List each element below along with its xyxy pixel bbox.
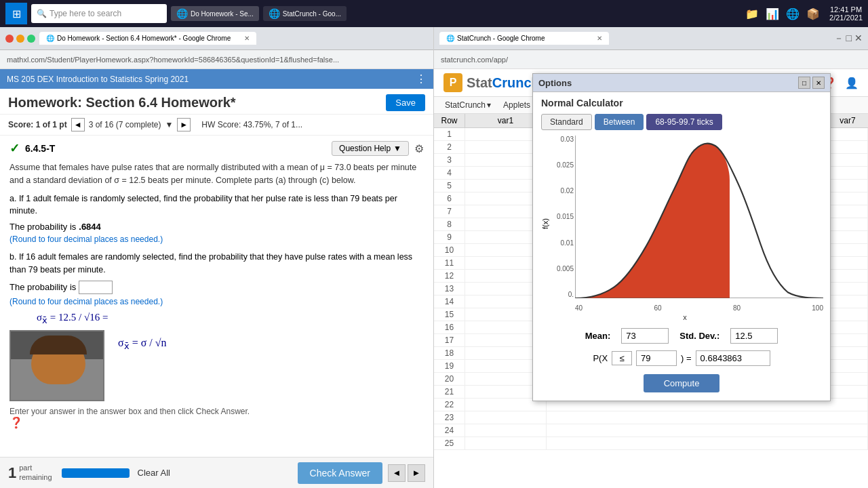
hw-score: HW Score: 43.75%, 7 of 1... xyxy=(201,120,302,129)
row-num: 23 xyxy=(434,411,465,424)
win-max-right[interactable]: □ xyxy=(846,33,852,45)
win-min[interactable] xyxy=(16,35,24,43)
webcam xyxy=(9,330,104,401)
search-bar[interactable]: 🔍 Type here to search xyxy=(31,4,167,23)
row-num: 12 xyxy=(434,270,465,282)
problem-id: 6.4.5-T xyxy=(25,143,55,154)
taskbar-icon-file[interactable]: 📁 xyxy=(745,7,759,20)
user-icon-sc[interactable]: 👤 xyxy=(845,77,859,89)
tab-ticks[interactable]: 68-95-99.7 ticks xyxy=(646,114,722,130)
row-num: 1 xyxy=(434,128,465,140)
row-num: 6 xyxy=(434,192,465,205)
hw-title: Homework: Section 6.4 Homework* xyxy=(8,95,236,110)
taskbar-app-chrome-sc[interactable]: 🌐 StatCrunch - Goo... xyxy=(263,6,347,21)
remaining-label: remaining xyxy=(19,473,52,482)
panel-maximize-button[interactable]: □ xyxy=(798,77,810,89)
prob-value-input[interactable] xyxy=(636,350,677,366)
dropdown-icon[interactable]: ▼ xyxy=(165,120,173,129)
hw-content: ✓ 6.4.5-T Question Help ▼ ⚙ Assume that … xyxy=(0,136,433,457)
sc-logo-p: P xyxy=(443,73,462,92)
check-answer-button[interactable]: Check Answer xyxy=(298,462,382,484)
nc-chart: f(x) 0.030.0250.020.0150.010.0050. xyxy=(540,136,830,324)
taskbar: ⊞ 🔍 Type here to search 🌐 Do Homework - … xyxy=(0,0,868,27)
panel-close-button[interactable]: ✕ xyxy=(812,77,825,89)
prev-question[interactable]: ◄ xyxy=(71,118,85,131)
row-var1 xyxy=(465,424,547,436)
next-page-button[interactable]: ► xyxy=(408,464,425,482)
tab-close-right[interactable]: ✕ xyxy=(597,35,602,42)
tab-standard[interactable]: Standard xyxy=(541,114,592,130)
std-input[interactable] xyxy=(730,328,778,344)
search-icon: 🔍 xyxy=(37,9,47,18)
nc-tabs: Standard Between 68-95-99.7 ticks xyxy=(533,111,830,136)
hw-title-row: Homework: Section 6.4 Homework* Save xyxy=(0,89,433,115)
row-num: 4 xyxy=(434,167,465,179)
win-close-right[interactable]: ✕ xyxy=(854,33,863,45)
tab-between[interactable]: Between xyxy=(595,114,644,130)
round-hint-a: (Round to four decimal places as needed.… xyxy=(9,235,424,244)
addr-bar-right[interactable]: statcrunch.com/app/ xyxy=(434,50,868,69)
chrome-icon-2: 🌐 xyxy=(269,8,280,19)
part-a-text: a. If 1 adult female is randomly selecte… xyxy=(9,192,424,218)
part-b-answer-row: The probability is xyxy=(9,281,424,294)
menu-statcrunch[interactable]: StatCrunch ▾ xyxy=(439,98,496,112)
sc-logo: P StatCrunch xyxy=(443,73,540,92)
start-button[interactable]: ⊞ xyxy=(5,3,27,24)
compute-button[interactable]: Compute xyxy=(644,374,720,392)
table-row[interactable]: 24 xyxy=(434,424,868,437)
options-title: Options xyxy=(538,78,572,88)
row-num: 3 xyxy=(434,154,465,166)
taskbar-icon-excel[interactable]: 📊 xyxy=(766,7,779,20)
x-axis-label: x xyxy=(547,313,823,321)
mean-input[interactable] xyxy=(621,328,669,344)
row-num: 10 xyxy=(434,244,465,256)
row-num: 21 xyxy=(434,386,465,398)
browser-tab-right[interactable]: 🌐 StatCrunch - Google Chrome ✕ xyxy=(439,32,609,45)
fx-axis-label: f(x) xyxy=(541,218,549,229)
row-num: 9 xyxy=(434,231,465,243)
gear-icon[interactable]: ⚙ xyxy=(414,142,424,155)
tab-close-left[interactable]: ✕ xyxy=(244,35,250,42)
row-num: 2 xyxy=(434,141,465,153)
hw-course-header: MS 205 DEX Introduction to Statistics Sp… xyxy=(0,69,433,89)
part-b: b. If 16 adult females are randomly sele… xyxy=(9,251,424,306)
win-max[interactable] xyxy=(27,35,35,43)
prob-b-input[interactable] xyxy=(79,281,113,294)
next-question[interactable]: ► xyxy=(177,118,191,131)
row-num: 13 xyxy=(434,283,465,295)
chrome-icon: 🌐 xyxy=(176,8,188,19)
row-num: 22 xyxy=(434,399,465,411)
table-row[interactable]: 23 xyxy=(434,411,868,424)
part-label: part xyxy=(19,464,52,472)
taskbar-icon-edge[interactable]: 🌐 xyxy=(786,7,800,20)
taskbar-icon-amazon[interactable]: 📦 xyxy=(806,7,820,20)
browser-tab-left[interactable]: 🌐 Do Homework - Section 6.4 Homework* - … xyxy=(39,32,256,45)
addr-bar-left[interactable]: mathxl.com/Student/PlayerHomework.aspx?h… xyxy=(0,50,433,69)
row-empty xyxy=(547,411,868,424)
help-icon[interactable]: ❓ xyxy=(9,417,23,428)
win-min-right[interactable]: － xyxy=(834,33,844,45)
prev-page-button[interactable]: ◄ xyxy=(388,464,406,482)
row-num: 19 xyxy=(434,360,465,372)
row-num: 17 xyxy=(434,334,465,346)
page-nav: ◄ ► xyxy=(388,464,425,482)
taskbar-app-chrome-hw[interactable]: 🌐 Do Homework - Se... xyxy=(171,6,259,21)
formula-area: σx̄ = 12.5 / √16 = xyxy=(37,312,424,326)
more-icon[interactable]: ⋮ xyxy=(416,73,427,85)
browser-chrome-right: 🌐 StatCrunch - Google Chrome ✕ － □ ✕ xyxy=(434,27,868,50)
round-hint-b: (Round to four decimal places as needed.… xyxy=(9,297,424,306)
nav-label: 3 of 16 (7 complete) xyxy=(89,120,161,129)
save-button[interactable]: Save xyxy=(386,94,425,111)
prob-result-input[interactable] xyxy=(696,350,770,366)
browser-chrome-left: 🌐 Do Homework - Section 6.4 Homework* - … xyxy=(0,27,433,50)
sc-favicon: 🌐 xyxy=(446,35,454,42)
row-num: 24 xyxy=(434,424,465,436)
win-close[interactable] xyxy=(5,35,14,43)
table-row[interactable]: 25 xyxy=(434,437,868,450)
hw-nav-row: Score: 1 of 1 pt ◄ 3 of 16 (7 complete) … xyxy=(0,115,433,136)
row-num: 14 xyxy=(434,296,465,308)
left-panel: 🌐 Do Homework - Section 6.4 Homework* - … xyxy=(0,27,434,488)
prob-symbol-input[interactable] xyxy=(612,351,632,365)
clear-all-button[interactable]: Clear All xyxy=(138,468,170,478)
question-help-button[interactable]: Question Help ▼ xyxy=(332,141,409,156)
